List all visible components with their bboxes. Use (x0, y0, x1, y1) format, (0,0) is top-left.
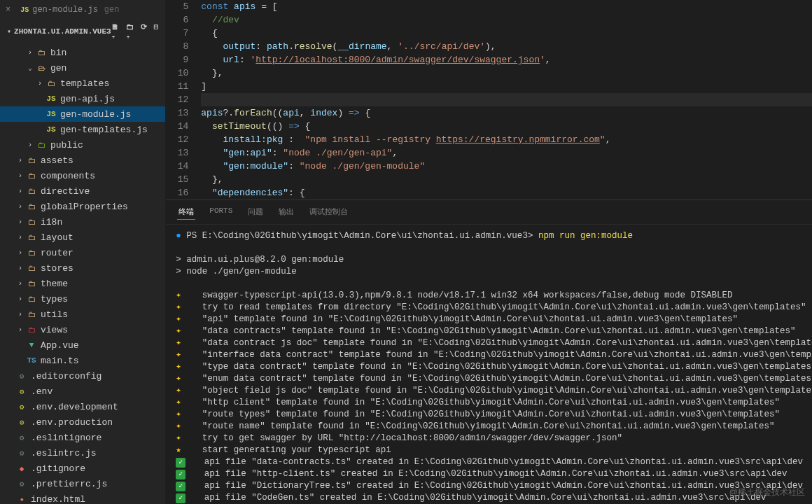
tree-item[interactable]: ›🗀i18n (0, 214, 165, 230)
tree-item-label: .eslintignore (31, 433, 102, 443)
terminal-tabs[interactable]: 终端PORTS问题输出调试控制台 (166, 200, 812, 225)
tree-item[interactable]: ›🗀theme (0, 276, 165, 291)
file-tree[interactable]: ›🗀bin⌄🗁gen›🗀templatesJSgen-api.jsJSgen-m… (0, 43, 165, 504)
watermark: @稀土掘金技术社区 (729, 486, 805, 498)
tree-item-label: .env.development (31, 402, 118, 412)
tree-item[interactable]: ⚙.env (0, 384, 165, 399)
open-file-tab[interactable]: JS gen-module.js gen (15, 3, 125, 17)
tree-item[interactable]: JSgen-module.js (0, 106, 165, 122)
terminal-line: ✦ "object field js doc" template found i… (176, 385, 812, 397)
editor-top[interactable]: 567891011121314 const apis = [ //dev { o… (166, 0, 812, 133)
new-folder-icon[interactable]: 🗀₊ (126, 22, 134, 41)
close-icon[interactable]: × (6, 5, 10, 15)
terminal-line: > node ./gen/gen-module (176, 266, 812, 278)
tree-item[interactable]: ›🗀views (0, 322, 165, 337)
tree-item[interactable]: ⌄🗁gen (0, 60, 165, 76)
project-name: ZHONTAI.UI.ADMIN.VUE3 (14, 27, 111, 36)
tree-item-label: templates (60, 78, 109, 89)
explorer-header[interactable]: ▾ ZHONTAI.UI.ADMIN.VUE3 🗎₊ 🗀₊ ⟳ ⊟ (0, 20, 165, 43)
terminal-line: ✦ "http client" template found in "E:\Co… (176, 397, 812, 409)
open-file-label: gen-module.js (32, 5, 98, 15)
tree-item[interactable]: ⚙.editorconfig (0, 368, 165, 384)
tree-item-label: types (41, 294, 68, 304)
open-file-hint: gen (104, 5, 120, 15)
tree-item[interactable]: ›🗀types (0, 291, 165, 307)
tree-item[interactable]: ›🗀stores (0, 260, 165, 276)
workspace: × JS gen-module.js gen ▾ ZHONTAI.UI.ADMI… (0, 0, 812, 504)
terminal-line: ✦ "route types" template found in "E:\Co… (176, 409, 812, 421)
tree-item-label: gen-templates.js (60, 125, 148, 135)
tree-item-label: directive (41, 186, 90, 197)
explorer-actions: 🗎₊ 🗀₊ ⟳ ⊟ (111, 22, 159, 41)
code-area[interactable]: install:pkg : "npm install --registry ht… (201, 133, 812, 200)
terminal-tab[interactable]: PORTS (208, 204, 234, 220)
tree-item[interactable]: ⚙.env.development (0, 399, 165, 414)
editor-bottom[interactable]: 1213141516 install:pkg : "npm install --… (166, 133, 812, 200)
terminal-tab[interactable]: 终端 (177, 204, 195, 220)
terminal-line (176, 278, 812, 290)
open-editors-tab: × JS gen-module.js gen (0, 0, 165, 20)
tree-item-label: assets (41, 155, 74, 166)
tree-item-label: .env.production (31, 417, 113, 428)
tree-item-label: bin (50, 48, 66, 58)
terminal-line: ★ start generating your typescript api (176, 444, 812, 456)
refresh-icon[interactable]: ⟳ (141, 22, 147, 41)
terminal-line: > admin.ui.plus@8.2.0 gen:module (176, 254, 812, 266)
tree-item[interactable]: ›🗀assets (0, 153, 165, 168)
tree-item-label: .prettierrc.js (31, 479, 107, 489)
js-icon: JS (20, 6, 29, 14)
tree-item[interactable]: ›🗀layout (0, 230, 165, 245)
tree-item-label: App.vue (41, 340, 79, 351)
tree-item[interactable]: ›🗀public (0, 137, 165, 153)
tree-item[interactable]: ›🗀utils (0, 307, 165, 322)
terminal-tab[interactable]: 调试控制台 (308, 204, 349, 220)
tree-item[interactable]: ⚙.env.production (0, 414, 165, 430)
tree-item[interactable]: ›🗀globalProperties (0, 199, 165, 214)
tree-item-label: gen (50, 63, 66, 74)
tree-item[interactable]: ⚙.eslintignore (0, 430, 165, 445)
terminal-line: ✦ "api" template found in "E:\Coding\02G… (176, 314, 812, 326)
tree-item[interactable]: ›🗀directive (0, 183, 165, 199)
collapse-icon[interactable]: ⊟ (154, 22, 159, 41)
terminal-tab[interactable]: 输出 (277, 204, 295, 220)
terminal-line: ✦ "type data contract" template found in… (176, 361, 812, 373)
tree-item[interactable]: ⬥index.html (0, 491, 165, 504)
terminal-line: ● PS E:\Coding\02Github\yimogit\Admin.Co… (176, 230, 812, 242)
tree-item-label: gen-module.js (60, 109, 131, 120)
tree-item-label: views (41, 325, 68, 335)
tree-item-label: .eslintrc.js (31, 448, 97, 458)
tree-item-label: .gitignore (31, 463, 85, 474)
tree-item-label: theme (41, 279, 68, 289)
tree-item[interactable]: JSgen-api.js (0, 91, 165, 106)
tree-item[interactable]: ⚙.prettierrc.js (0, 476, 165, 491)
terminal-line: ✦ "data contract js doc" template found … (176, 337, 812, 349)
line-gutter: 567891011121314 (166, 0, 201, 133)
line-gutter: 1213141516 (166, 133, 201, 200)
terminal-tab[interactable]: 问题 (246, 204, 265, 220)
tree-item[interactable]: ›🗀templates (0, 76, 165, 91)
terminal-line: ✦ try to get swagger by URL "http://loca… (176, 433, 812, 444)
tree-item[interactable]: ›🗀components (0, 168, 165, 183)
new-file-icon[interactable]: 🗎₊ (111, 22, 119, 41)
tree-item[interactable]: TSmain.ts (0, 353, 165, 368)
tree-item-label: main.ts (41, 356, 79, 366)
terminal-line: ✓ api file "CodeGen.ts" created in E:\Co… (176, 492, 812, 504)
code-area[interactable]: const apis = [ //dev { output: path.reso… (201, 0, 812, 133)
terminal-line: ✦ swagger-typescript-api(13.0.3),npm/9.8… (176, 290, 812, 302)
terminal-line: ✓ api file "data-contracts.ts" created i… (176, 456, 812, 468)
terminal-panel: 终端PORTS问题输出调试控制台 ● PS E:\Coding\02Github… (166, 200, 812, 504)
tree-item[interactable]: JSgen-templates.js (0, 122, 165, 137)
tree-item[interactable]: ›🗀router (0, 245, 165, 260)
tree-item[interactable]: ›🗀bin (0, 45, 165, 60)
tree-item-label: router (41, 248, 74, 258)
tree-item[interactable]: ⚙.eslintrc.js (0, 445, 165, 461)
tree-item[interactable]: ▼App.vue (0, 337, 165, 353)
terminal-line: ✓ api file "http-client.ts" created in E… (176, 468, 812, 480)
terminal-line (176, 242, 812, 254)
tree-item[interactable]: ◆.gitignore (0, 461, 165, 476)
tree-item-label: index.html (31, 494, 85, 505)
terminal-body[interactable]: ● PS E:\Coding\02Github\yimogit\Admin.Co… (166, 225, 812, 504)
terminal-line: ✦ "route name" template found in "E:\Cod… (176, 421, 812, 433)
tree-item-label: .editorconfig (31, 371, 102, 382)
tree-item-label: utils (41, 309, 68, 320)
